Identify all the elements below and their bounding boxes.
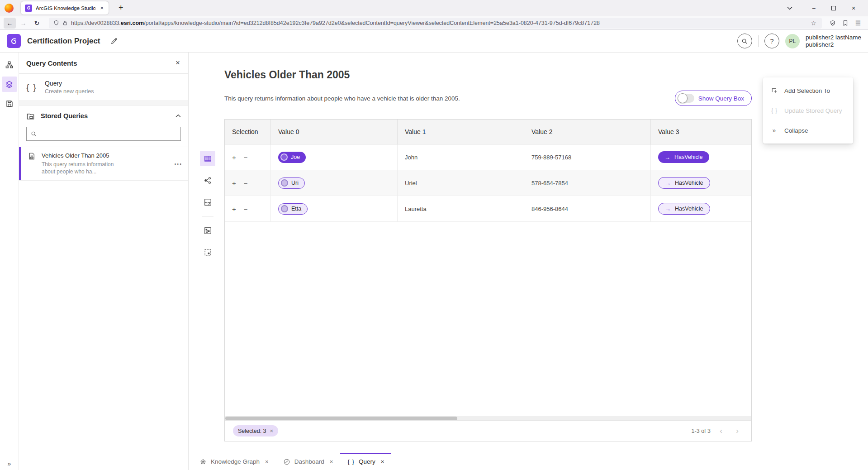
- menu-item-collapse[interactable]: » Collapse: [763, 120, 853, 140]
- window-close-button[interactable]: ×: [844, 0, 863, 16]
- map-view-button[interactable]: [200, 194, 215, 210]
- toggle-knob[interactable]: [678, 93, 688, 103]
- remove-selection-icon[interactable]: −: [244, 179, 248, 187]
- selected-count-chip[interactable]: Selected: 3 ×: [233, 425, 278, 436]
- double-chevron-right-icon: »: [770, 127, 778, 134]
- tab-knowledge-graph[interactable]: Knowledge Graph ×: [192, 453, 276, 470]
- braces-icon: { }: [347, 458, 355, 465]
- tab-close-icon[interactable]: ×: [265, 458, 269, 465]
- pagination-label: 1-3 of 3: [692, 428, 711, 434]
- remove-selection-icon[interactable]: −: [244, 153, 248, 161]
- new-query-item[interactable]: { } Query Create new queries: [19, 74, 188, 101]
- link-chart-view-button[interactable]: [200, 173, 215, 188]
- table-empty-space: [225, 222, 751, 416]
- minimize-button[interactable]: −: [804, 0, 824, 16]
- map-nodes-icon: [204, 226, 212, 235]
- view-toolbar: [199, 119, 216, 441]
- avatar[interactable]: PL: [785, 34, 800, 48]
- previous-page-icon[interactable]: ‹: [715, 427, 727, 436]
- braces-icon: { }: [770, 107, 778, 114]
- question-icon: ?: [770, 37, 773, 45]
- tab-query[interactable]: { } Query ×: [340, 453, 391, 470]
- firefox-icon[interactable]: [5, 4, 14, 13]
- menu-item-label: Add Selection To: [784, 87, 830, 94]
- add-selection-icon[interactable]: +: [232, 205, 236, 213]
- window-controls: − ×: [782, 0, 863, 16]
- tab-close-icon[interactable]: ×: [99, 5, 104, 11]
- selection-view-button[interactable]: [200, 245, 215, 260]
- table-icon: [204, 154, 212, 163]
- chip-close-icon[interactable]: ×: [270, 427, 274, 434]
- panel-close-icon[interactable]: ×: [175, 58, 181, 67]
- help-button[interactable]: ?: [764, 34, 779, 48]
- hierarchy-icon: [5, 61, 14, 69]
- project-title: Certification Project: [27, 37, 100, 46]
- knowledge-graph-icon: [199, 458, 207, 465]
- tab-dashboard[interactable]: Dashboard ×: [276, 453, 341, 470]
- bookmark-star-icon[interactable]: ☆: [810, 19, 817, 27]
- expand-rail-button[interactable]: »: [0, 460, 19, 467]
- new-tab-button[interactable]: +: [116, 3, 126, 13]
- cell-value: Uriel: [405, 180, 417, 187]
- maximize-icon: [831, 6, 836, 10]
- search-input[interactable]: [40, 130, 176, 137]
- query-contents-panel: Query Contents × { } Query Create new qu…: [19, 53, 189, 470]
- rail-item-hierarchy[interactable]: [2, 57, 17, 72]
- menu-item-add-selection-to[interactable]: Add Selection To: [763, 81, 853, 101]
- app-body: » Query Contents × { } Query Create new …: [0, 53, 868, 470]
- next-page-icon[interactable]: ›: [731, 427, 743, 436]
- table-view-button[interactable]: [200, 151, 215, 166]
- header-actions: ? PL publisher2 lastName publisher2: [737, 34, 861, 48]
- query-item-subtitle: Create new queries: [45, 88, 94, 95]
- tab-list-chevron-icon[interactable]: [782, 0, 797, 16]
- entity-pill[interactable]: Joe: [278, 152, 306, 163]
- app-header: Certification Project ? PL publisher2 la…: [0, 30, 868, 53]
- table-row: +− Uri Uriel 578-654-7854 →HasVehicle: [225, 170, 751, 196]
- map-graph-view-button[interactable]: [200, 223, 215, 238]
- add-selection-icon[interactable]: +: [232, 179, 236, 187]
- app-logo: [7, 34, 21, 48]
- add-selection-icon[interactable]: +: [232, 153, 236, 161]
- stored-queries-header[interactable]: Stored Queries: [19, 106, 188, 126]
- menu-item-label: Update Stored Query: [784, 107, 842, 114]
- relationship-pill[interactable]: →HasVehicle: [658, 203, 710, 215]
- stored-query-item[interactable]: Vehicles Older Than 2005 This query retu…: [19, 147, 188, 181]
- chevron-up-icon[interactable]: [175, 114, 181, 118]
- edit-project-button[interactable]: [110, 37, 118, 45]
- reload-button[interactable]: ↻: [31, 18, 43, 29]
- relationship-pill[interactable]: →HasVehicle: [658, 151, 709, 163]
- arrow-right-icon: →: [665, 206, 671, 212]
- entity-pill[interactable]: Etta: [278, 203, 308, 215]
- browser-tab[interactable]: ArcGIS Knowledge Studio ×: [21, 1, 109, 14]
- maximize-button[interactable]: [824, 0, 844, 16]
- scrollbar-thumb[interactable]: [225, 417, 457, 420]
- back-button[interactable]: ←: [4, 18, 16, 29]
- tab-close-icon[interactable]: ×: [330, 458, 333, 465]
- search-icon: [31, 131, 37, 137]
- show-query-box-toggle[interactable]: Show Query Box: [675, 91, 752, 106]
- item-options-icon[interactable]: •••: [174, 161, 182, 167]
- remove-selection-icon[interactable]: −: [244, 205, 248, 213]
- bottom-tab-bar: Knowledge Graph × Dashboard × { } Query …: [189, 453, 868, 470]
- shield-check-icon[interactable]: [826, 20, 839, 26]
- relationship-pill[interactable]: →HasVehicle: [658, 177, 710, 189]
- menu-icon[interactable]: ☰: [852, 19, 864, 27]
- stored-queries-search[interactable]: [26, 127, 181, 141]
- rail-item-contents[interactable]: [2, 77, 17, 92]
- add-selection-to-icon: [770, 87, 778, 94]
- entity-dot-icon: [281, 179, 288, 187]
- rail-item-save[interactable]: [2, 96, 17, 111]
- arrow-right-icon: →: [665, 180, 671, 187]
- horizontal-scrollbar[interactable]: [225, 416, 751, 421]
- menu-item-update-stored-query[interactable]: { } Update Stored Query: [763, 101, 853, 120]
- forward-button[interactable]: →: [17, 18, 29, 29]
- column-header-value1: Value 1: [397, 120, 524, 144]
- tab-close-icon[interactable]: ×: [381, 458, 384, 465]
- search-button[interactable]: [737, 34, 752, 48]
- entity-pill[interactable]: Uri: [278, 177, 305, 189]
- query-item-title: Query: [45, 80, 94, 87]
- bookmarks-icon[interactable]: [839, 20, 852, 26]
- document-icon: [28, 152, 36, 160]
- url-bar[interactable]: https://dev0028833.esri.com/portal/apps/…: [49, 18, 822, 29]
- toggle-track[interactable]: [678, 94, 694, 103]
